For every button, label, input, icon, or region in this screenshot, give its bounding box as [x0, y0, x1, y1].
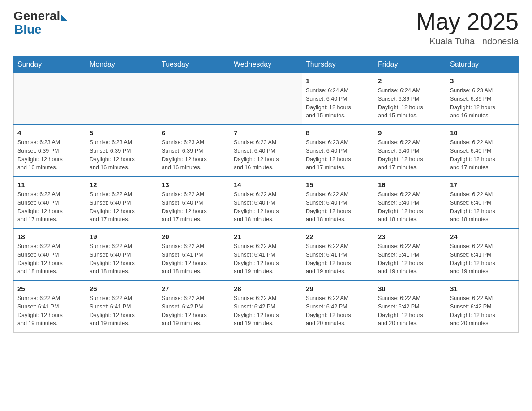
- day-info: Sunrise: 6:22 AMSunset: 6:42 PMDaylight:…: [450, 294, 515, 328]
- day-number: 21: [234, 233, 298, 240]
- calendar-cell: 16Sunrise: 6:22 AMSunset: 6:40 PMDayligh…: [374, 177, 446, 229]
- day-info: Sunrise: 6:22 AMSunset: 6:41 PMDaylight:…: [306, 242, 370, 276]
- day-info: Sunrise: 6:22 AMSunset: 6:42 PMDaylight:…: [234, 294, 298, 328]
- day-number: 25: [17, 285, 82, 292]
- day-info: Sunrise: 6:22 AMSunset: 6:42 PMDaylight:…: [378, 294, 442, 328]
- day-info: Sunrise: 6:22 AMSunset: 6:42 PMDaylight:…: [162, 294, 226, 328]
- day-info: Sunrise: 6:22 AMSunset: 6:40 PMDaylight:…: [306, 190, 370, 224]
- calendar-cell: 13Sunrise: 6:22 AMSunset: 6:40 PMDayligh…: [158, 177, 230, 229]
- calendar-week-row: 18Sunrise: 6:22 AMSunset: 6:40 PMDayligh…: [14, 229, 519, 281]
- calendar-cell: 11Sunrise: 6:22 AMSunset: 6:40 PMDayligh…: [14, 177, 86, 229]
- day-number: 17: [450, 181, 515, 188]
- day-info: Sunrise: 6:22 AMSunset: 6:41 PMDaylight:…: [450, 242, 515, 276]
- calendar-cell: [14, 73, 86, 125]
- day-info: Sunrise: 6:22 AMSunset: 6:41 PMDaylight:…: [378, 242, 442, 276]
- calendar-week-row: 11Sunrise: 6:22 AMSunset: 6:40 PMDayligh…: [14, 177, 519, 229]
- day-info: Sunrise: 6:22 AMSunset: 6:40 PMDaylight:…: [162, 190, 226, 224]
- day-number: 7: [234, 129, 298, 137]
- day-info: Sunrise: 6:22 AMSunset: 6:40 PMDaylight:…: [17, 242, 82, 276]
- calendar-cell: 23Sunrise: 6:22 AMSunset: 6:41 PMDayligh…: [374, 229, 446, 281]
- calendar-cell: 8Sunrise: 6:23 AMSunset: 6:40 PMDaylight…: [302, 125, 374, 177]
- day-number: 11: [17, 181, 82, 188]
- location-text: Kuala Tuha, Indonesia: [416, 36, 519, 47]
- calendar-cell: 27Sunrise: 6:22 AMSunset: 6:42 PMDayligh…: [158, 281, 230, 333]
- calendar-cell: 3Sunrise: 6:23 AMSunset: 6:39 PMDaylight…: [446, 73, 519, 125]
- day-number: 2: [378, 77, 442, 85]
- day-number: 19: [90, 233, 154, 240]
- calendar-cell: 12Sunrise: 6:22 AMSunset: 6:40 PMDayligh…: [86, 177, 158, 229]
- day-info: Sunrise: 6:23 AMSunset: 6:39 PMDaylight:…: [162, 138, 226, 172]
- day-number: 16: [378, 181, 442, 188]
- day-number: 14: [234, 181, 298, 188]
- day-number: 1: [306, 77, 370, 85]
- calendar-cell: 18Sunrise: 6:22 AMSunset: 6:40 PMDayligh…: [14, 229, 86, 281]
- calendar-cell: 26Sunrise: 6:22 AMSunset: 6:41 PMDayligh…: [86, 281, 158, 333]
- col-tuesday: Tuesday: [158, 56, 230, 73]
- calendar-cell: 14Sunrise: 6:22 AMSunset: 6:40 PMDayligh…: [230, 177, 302, 229]
- page-header: General Blue May 2025 Kuala Tuha, Indone…: [13, 9, 519, 47]
- day-number: 3: [450, 77, 515, 85]
- calendar-cell: 21Sunrise: 6:22 AMSunset: 6:41 PMDayligh…: [230, 229, 302, 281]
- day-info: Sunrise: 6:22 AMSunset: 6:40 PMDaylight:…: [90, 190, 154, 224]
- day-number: 22: [306, 233, 370, 240]
- day-info: Sunrise: 6:22 AMSunset: 6:41 PMDaylight:…: [17, 294, 82, 328]
- day-info: Sunrise: 6:24 AMSunset: 6:39 PMDaylight:…: [378, 86, 442, 120]
- col-sunday: Sunday: [14, 56, 86, 73]
- logo-general-text: General: [13, 9, 60, 23]
- calendar-cell: 15Sunrise: 6:22 AMSunset: 6:40 PMDayligh…: [302, 177, 374, 229]
- calendar-week-row: 1Sunrise: 6:24 AMSunset: 6:40 PMDaylight…: [14, 73, 519, 125]
- calendar-cell: 2Sunrise: 6:24 AMSunset: 6:39 PMDaylight…: [374, 73, 446, 125]
- day-number: 10: [450, 129, 515, 137]
- calendar-table: Sunday Monday Tuesday Wednesday Thursday…: [13, 56, 519, 333]
- title-block: May 2025 Kuala Tuha, Indonesia: [416, 9, 519, 47]
- day-number: 27: [162, 285, 226, 292]
- day-info: Sunrise: 6:22 AMSunset: 6:41 PMDaylight:…: [90, 294, 154, 328]
- day-number: 13: [162, 181, 226, 188]
- day-number: 29: [306, 285, 370, 292]
- calendar-cell: 1Sunrise: 6:24 AMSunset: 6:40 PMDaylight…: [302, 73, 374, 125]
- logo-arrow-icon: [61, 14, 67, 21]
- day-info: Sunrise: 6:22 AMSunset: 6:41 PMDaylight:…: [234, 242, 298, 276]
- calendar-cell: 22Sunrise: 6:22 AMSunset: 6:41 PMDayligh…: [302, 229, 374, 281]
- col-monday: Monday: [86, 56, 158, 73]
- calendar-cell: 9Sunrise: 6:22 AMSunset: 6:40 PMDaylight…: [374, 125, 446, 177]
- day-info: Sunrise: 6:22 AMSunset: 6:40 PMDaylight:…: [234, 190, 298, 224]
- calendar-cell: 25Sunrise: 6:22 AMSunset: 6:41 PMDayligh…: [14, 281, 86, 333]
- day-number: 4: [17, 129, 82, 137]
- calendar-cell: 20Sunrise: 6:22 AMSunset: 6:41 PMDayligh…: [158, 229, 230, 281]
- day-info: Sunrise: 6:22 AMSunset: 6:42 PMDaylight:…: [306, 294, 370, 328]
- day-info: Sunrise: 6:22 AMSunset: 6:41 PMDaylight:…: [162, 242, 226, 276]
- calendar-cell: 5Sunrise: 6:23 AMSunset: 6:39 PMDaylight…: [86, 125, 158, 177]
- calendar-cell: 29Sunrise: 6:22 AMSunset: 6:42 PMDayligh…: [302, 281, 374, 333]
- day-info: Sunrise: 6:23 AMSunset: 6:39 PMDaylight:…: [17, 138, 82, 172]
- weekday-header-row: Sunday Monday Tuesday Wednesday Thursday…: [14, 56, 519, 73]
- calendar-cell: 24Sunrise: 6:22 AMSunset: 6:41 PMDayligh…: [446, 229, 519, 281]
- day-number: 8: [306, 129, 370, 137]
- day-info: Sunrise: 6:23 AMSunset: 6:39 PMDaylight:…: [450, 86, 515, 120]
- month-title: May 2025: [416, 9, 519, 34]
- calendar-cell: 31Sunrise: 6:22 AMSunset: 6:42 PMDayligh…: [446, 281, 519, 333]
- calendar-week-row: 25Sunrise: 6:22 AMSunset: 6:41 PMDayligh…: [14, 281, 519, 333]
- calendar-cell: 6Sunrise: 6:23 AMSunset: 6:39 PMDaylight…: [158, 125, 230, 177]
- day-info: Sunrise: 6:24 AMSunset: 6:40 PMDaylight:…: [306, 86, 370, 120]
- calendar-week-row: 4Sunrise: 6:23 AMSunset: 6:39 PMDaylight…: [14, 125, 519, 177]
- calendar-cell: 30Sunrise: 6:22 AMSunset: 6:42 PMDayligh…: [374, 281, 446, 333]
- day-info: Sunrise: 6:23 AMSunset: 6:39 PMDaylight:…: [90, 138, 154, 172]
- col-saturday: Saturday: [446, 56, 519, 73]
- day-info: Sunrise: 6:23 AMSunset: 6:40 PMDaylight:…: [306, 138, 370, 172]
- calendar-cell: 19Sunrise: 6:22 AMSunset: 6:40 PMDayligh…: [86, 229, 158, 281]
- day-number: 30: [378, 285, 442, 292]
- day-number: 12: [90, 181, 154, 188]
- day-info: Sunrise: 6:22 AMSunset: 6:40 PMDaylight:…: [17, 190, 82, 224]
- day-number: 26: [90, 285, 154, 292]
- day-number: 6: [162, 129, 226, 137]
- calendar-cell: [230, 73, 302, 125]
- day-number: 23: [378, 233, 442, 240]
- day-number: 18: [17, 233, 82, 240]
- col-wednesday: Wednesday: [230, 56, 302, 73]
- day-number: 20: [162, 233, 226, 240]
- calendar-header: Sunday Monday Tuesday Wednesday Thursday…: [14, 56, 519, 73]
- day-info: Sunrise: 6:22 AMSunset: 6:40 PMDaylight:…: [378, 190, 442, 224]
- logo: General Blue: [13, 9, 67, 37]
- calendar-body: 1Sunrise: 6:24 AMSunset: 6:40 PMDaylight…: [14, 73, 519, 333]
